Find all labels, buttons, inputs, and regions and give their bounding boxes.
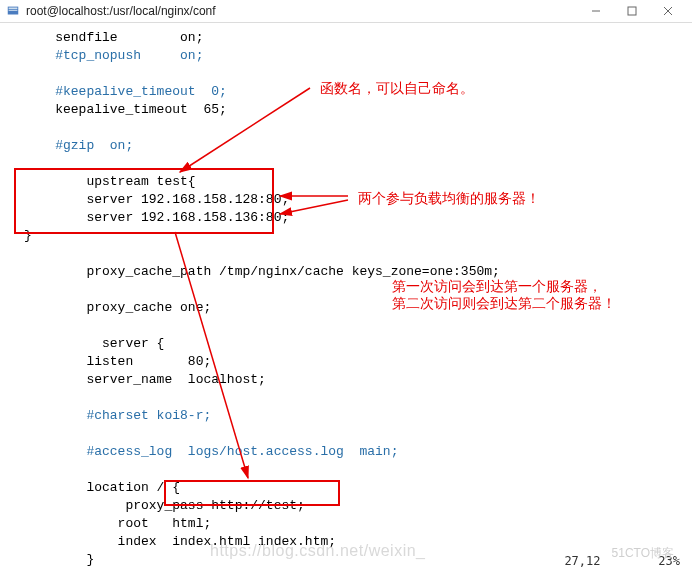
watermark-secondary: 51CTO博客: [612, 545, 674, 562]
svg-rect-1: [9, 8, 18, 10]
title-bar: root@localhost:/usr/local/nginx/conf: [0, 0, 692, 23]
code-line: [24, 317, 692, 335]
watermark: https://blog.csdn.net/weixin_: [210, 542, 426, 560]
app-icon: [6, 4, 20, 18]
window-title: root@localhost:/usr/local/nginx/conf: [26, 0, 216, 22]
maximize-button[interactable]: [614, 0, 650, 22]
code-line: keepalive_timeout 65;: [24, 101, 692, 119]
code-line: listen 80;: [24, 353, 692, 371]
code-line: sendfile on;: [24, 29, 692, 47]
code-line: proxy_pass http://test;: [24, 497, 692, 515]
annotation-visit-line1: 第一次访问会到达第一个服务器，: [392, 278, 602, 294]
minimize-button[interactable]: [578, 0, 614, 22]
code-line: #gzip on;: [24, 137, 692, 155]
code-line: }: [24, 227, 692, 245]
code-line: #access_log logs/host.access.log main;: [24, 443, 692, 461]
code-line: [24, 461, 692, 479]
cursor-position: 27,12: [564, 554, 600, 568]
svg-rect-4: [628, 7, 636, 15]
annotation-visit-line2: 第二次访问则会到达第二个服务器！: [392, 295, 616, 311]
annotation-two-servers: 两个参与负载均衡的服务器！: [358, 190, 540, 208]
code-line: [24, 119, 692, 137]
code-line: [24, 389, 692, 407]
code-line: [24, 155, 692, 173]
annotation-visit-order: 第一次访问会到达第一个服务器， 第二次访问则会到达第二个服务器！: [392, 278, 616, 312]
code-line: [24, 425, 692, 443]
code-line: location / {: [24, 479, 692, 497]
code-line: server_name localhost;: [24, 371, 692, 389]
code-line: upstream test{: [24, 173, 692, 191]
code-line: [24, 245, 692, 263]
code-line: server 192.168.158.136:80;: [24, 209, 692, 227]
annotation-function-name: 函数名，可以自己命名。: [320, 80, 474, 98]
close-button[interactable]: [650, 0, 686, 22]
code-line: root html;: [24, 515, 692, 533]
svg-rect-2: [9, 10, 18, 11]
code-line: #tcp_nopush on;: [24, 47, 692, 65]
code-line: #charset koi8-r;: [24, 407, 692, 425]
code-line: server {: [24, 335, 692, 353]
